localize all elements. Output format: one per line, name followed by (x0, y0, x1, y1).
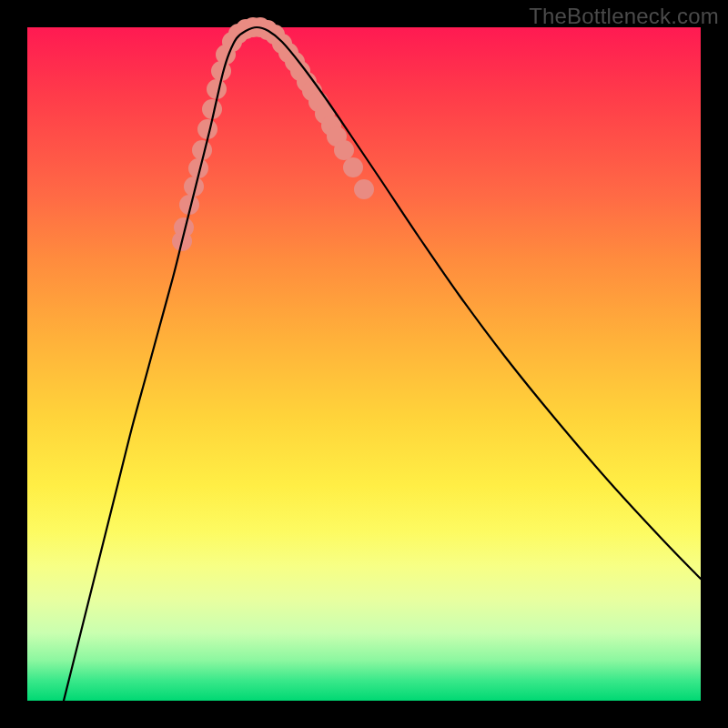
watermark-text: TheBottleneck.com (529, 4, 719, 29)
data-marker (354, 179, 374, 199)
plot-area (27, 27, 701, 701)
curve-svg (27, 27, 701, 701)
data-marker (334, 140, 354, 160)
chart-frame: TheBottleneck.com (0, 0, 728, 728)
data-marker (343, 157, 363, 177)
bottleneck-curve-path (64, 27, 701, 701)
marker-group (172, 17, 374, 251)
